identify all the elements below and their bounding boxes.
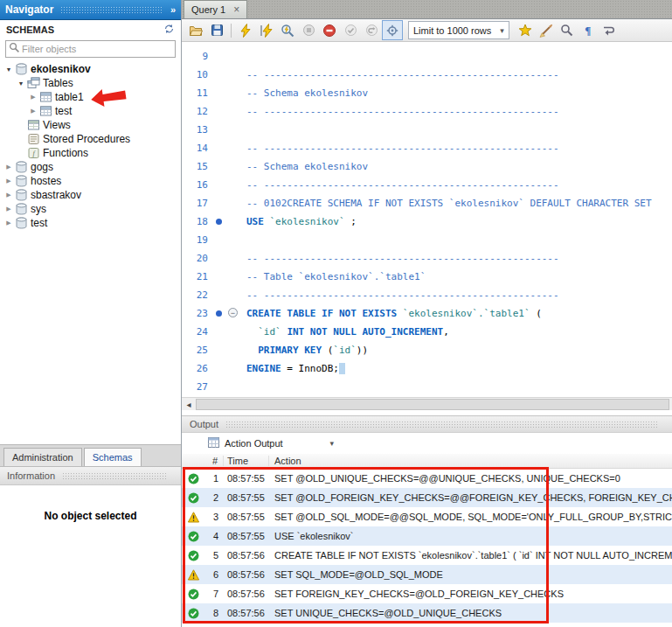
fold-collapse-icon[interactable]: − [228, 308, 238, 317]
tree-item-ekolesnikov[interactable]: ▼ekolesnikov [0, 62, 181, 76]
tree-item-table1[interactable]: ▶table1 [0, 90, 181, 104]
output-row[interactable]: 608:57:56SET SQL_MODE=@OLD_SQL_MODE [182, 565, 672, 584]
wrap-text-icon[interactable] [599, 20, 620, 40]
open-script-icon[interactable] [185, 20, 206, 40]
tree-item-test[interactable]: ▶test [0, 216, 181, 230]
line-margin [213, 121, 246, 139]
chevron-right-icon[interactable]: ▶ [3, 164, 14, 171]
chevron-right-icon[interactable]: ▶ [3, 192, 14, 199]
output-view-label: Action Output [225, 438, 324, 449]
invisible-chars-icon[interactable]: ¶ [578, 20, 599, 40]
sql-editor[interactable]: 910-- ----------------------------------… [182, 42, 672, 397]
line-number: 14 [182, 139, 213, 157]
titlebar-grip [60, 6, 163, 14]
row-index: 7 [199, 589, 224, 599]
close-tab-icon[interactable]: × [233, 4, 239, 15]
autocommit-icon[interactable] [382, 20, 403, 40]
line-number: 11 [182, 84, 213, 102]
code-text: -- -------------------------------------… [246, 176, 672, 194]
output-row[interactable]: 408:57:55USE `ekolesnikov` [182, 526, 672, 546]
stop-on-error-icon[interactable] [319, 20, 340, 40]
line-margin [213, 194, 246, 212]
tree-item-label: ekolesnikov [31, 63, 91, 75]
tree-item-sbastrakov[interactable]: ▶sbastrakov [0, 188, 181, 202]
tree-item-functions[interactable]: fFunctions [0, 146, 181, 160]
tab-query-1[interactable]: Query 1 × [184, 0, 247, 18]
line-margin: − [213, 304, 246, 323]
schema-icon [14, 217, 29, 229]
tree-item-label: sys [31, 203, 46, 215]
tree-item-stored-procedures[interactable]: Stored Procedures [0, 132, 181, 146]
search-icon [9, 41, 20, 57]
commit-icon[interactable] [340, 20, 361, 40]
filter-objects-input[interactable] [20, 43, 172, 55]
tree-item-tables[interactable]: ▼Tables [0, 76, 181, 90]
explain-icon[interactable] [277, 20, 298, 40]
tree-item-label: Stored Procedures [43, 133, 130, 145]
schema-icon [14, 175, 29, 187]
execute-current-icon[interactable] [256, 20, 277, 40]
chevron-right-icon[interactable]: ▶ [3, 178, 14, 185]
output-row[interactable]: 508:57:56CREATE TABLE IF NOT EXISTS `eko… [182, 546, 672, 565]
chevron-down-icon[interactable]: ▼ [3, 66, 14, 73]
column-header-time[interactable]: Time [224, 456, 269, 466]
stop-icon[interactable] [298, 20, 319, 40]
clear-icon[interactable] [536, 20, 557, 40]
code-line: 14-- -----------------------------------… [182, 139, 672, 157]
output-row[interactable]: 708:57:56SET FOREIGN_KEY_CHECKS=@OLD_FOR… [182, 584, 672, 603]
limit-rows-dropdown[interactable]: Limit to 1000 rows ▾ [408, 21, 509, 39]
row-index-cell: 8 [182, 608, 224, 619]
chevron-right-icon[interactable]: ▶ [28, 108, 38, 115]
code-text: -- Table `ekolesnikov`.`table1` [246, 268, 672, 286]
tab-schemas[interactable]: Schemas [84, 448, 142, 466]
save-script-icon[interactable] [206, 20, 227, 40]
row-time: 08:57:55 [224, 512, 269, 522]
output-row[interactable]: 208:57:55SET @OLD_FOREIGN_KEY_CHECKS=@@F… [182, 488, 672, 507]
output-row[interactable]: 108:57:55SET @OLD_UNIQUE_CHECKS=@@UNIQUE… [182, 469, 672, 488]
tree-item-gogs[interactable]: ▶gogs [0, 160, 181, 174]
code-text: -- -------------------------------------… [246, 286, 672, 304]
scroll-left-icon[interactable]: ◂ [182, 400, 196, 409]
tab-administration[interactable]: Administration [3, 448, 82, 466]
tables-icon [26, 77, 41, 89]
chevron-down-icon[interactable]: ▼ [16, 80, 26, 87]
query-editor-area: Query 1 × Limit to 1000 rows ▾ ¶ 910-- -… [182, 0, 672, 627]
row-action: SET UNIQUE_CHECKS=@OLD_UNIQUE_CHECKS [269, 608, 672, 618]
execute-icon[interactable] [235, 20, 256, 40]
tree-item-views[interactable]: Views [0, 118, 181, 132]
collapse-panel-icon[interactable]: » [170, 4, 176, 15]
horizontal-scrollbar[interactable]: ◂ [182, 397, 672, 410]
code-text: CREATE TABLE IF NOT EXISTS `ekolesnikov`… [246, 304, 672, 323]
code-line: 18USE `ekolesnikov` ; [182, 212, 672, 231]
find-icon[interactable] [557, 20, 578, 40]
chevron-right-icon[interactable]: ▶ [3, 219, 14, 226]
line-number: 16 [182, 176, 213, 194]
tree-item-sys[interactable]: ▶sys [0, 202, 181, 216]
schema-icon [14, 63, 29, 75]
statement-marker-icon [216, 310, 222, 317]
refresh-schemas-icon[interactable] [163, 24, 175, 36]
schema-icon [14, 189, 29, 201]
scrollbar-thumb[interactable] [196, 399, 669, 410]
code-text: -- Schema ekolesnikov [246, 157, 672, 176]
output-view-selector[interactable]: Action Output ▾ [204, 435, 337, 452]
output-row[interactable]: 808:57:56SET UNIQUE_CHECKS=@OLD_UNIQUE_C… [182, 603, 672, 623]
success-icon [188, 473, 199, 484]
chevron-right-icon[interactable]: ▶ [3, 206, 14, 212]
output-row[interactable]: 308:57:55SET @OLD_SQL_MODE=@@SQL_MODE, S… [182, 507, 672, 526]
tree-item-test[interactable]: ▶test [0, 104, 181, 118]
rollback-icon[interactable] [361, 20, 382, 40]
row-index-cell: 7 [182, 589, 224, 600]
line-margin [213, 323, 246, 341]
chevron-right-icon[interactable]: ▶ [28, 94, 38, 101]
line-number: 26 [182, 359, 213, 378]
new-snippet-icon[interactable] [515, 20, 536, 40]
code-text: ENGINE = InnoDB; [246, 359, 672, 378]
tree-item-hostes[interactable]: ▶hostes [0, 174, 181, 188]
column-header-action[interactable]: Action [269, 456, 672, 466]
success-icon [188, 492, 199, 504]
column-header-index[interactable]: # [182, 456, 224, 466]
code-text: -- -------------------------------------… [246, 249, 672, 268]
code-line: 20-- -----------------------------------… [182, 249, 672, 268]
code-line: 19 [182, 231, 672, 249]
